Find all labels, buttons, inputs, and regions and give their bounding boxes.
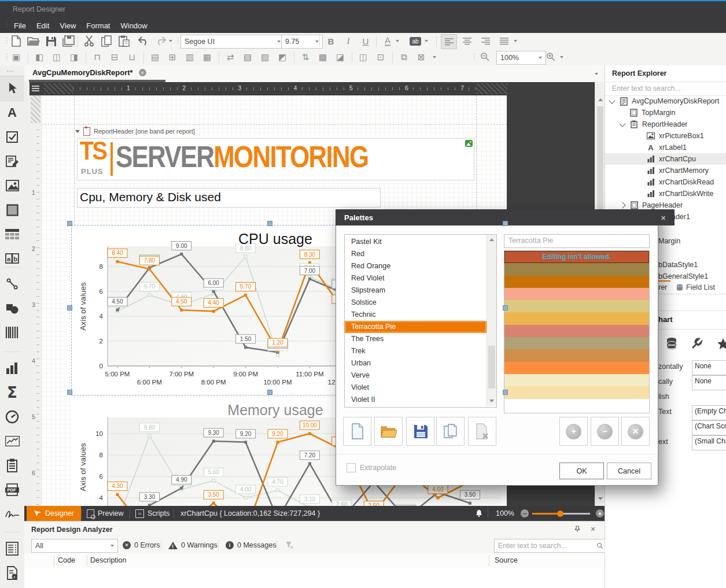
analyzer-search-input[interactable]: Enter text to search... xyxy=(494,539,607,553)
toolbox-tool-sparkline[interactable] xyxy=(0,429,24,453)
make-same-width-button[interactable]: ▤ xyxy=(148,51,162,64)
toolbox-tool-rich-text[interactable] xyxy=(0,149,24,173)
analyzer-close-icon[interactable]: × xyxy=(591,524,595,534)
wrench-icon[interactable] xyxy=(691,338,703,349)
palette-list-item[interactable]: Trek xyxy=(345,345,487,357)
band-header-reportheader[interactable]: ReportHeader [one band per report] xyxy=(75,126,195,136)
toolbox-tool-label[interactable]: A xyxy=(0,101,24,125)
tree-item-xrChartDiskWrite[interactable]: xrChartDiskWrite xyxy=(605,188,726,199)
property-value-box[interactable]: (Empty Chart xyxy=(692,405,726,420)
send-to-back-button[interactable]: ⊠ xyxy=(414,51,428,64)
palette-list-item[interactable]: Violet xyxy=(345,382,487,394)
band-menu-icon[interactable] xyxy=(32,86,39,87)
warnings-button[interactable]: ! 0 Warnings xyxy=(168,539,218,552)
selection-handle[interactable] xyxy=(503,390,508,395)
palette-list-item[interactable]: Terracotta Pie xyxy=(345,321,487,333)
column-header-code[interactable]: Code xyxy=(58,556,75,564)
increase-v-spacing-button[interactable]: ▩ xyxy=(316,51,330,64)
align-centers-button[interactable]: ◫ xyxy=(50,51,64,64)
scripts-tab[interactable]: ‹› Scripts xyxy=(135,506,169,521)
highlight-dropdown-icon[interactable] xyxy=(425,35,432,47)
cancel-button[interactable]: Cancel xyxy=(607,463,651,479)
tree-item-fragment[interactable]: Margin xyxy=(658,237,680,245)
palettes-dialog[interactable]: Palettes × Pastel KitRedRed OrangeRed Vi… xyxy=(336,209,658,486)
palette-list[interactable]: Pastel KitRedRed OrangeRed VioletSlipstr… xyxy=(344,234,497,408)
tree-item-xrChartDiskRead[interactable]: xrChartDiskRead xyxy=(605,176,726,188)
notifications-bell-icon[interactable] xyxy=(474,509,484,518)
palette-colors-list[interactable]: Editing isn't allowed. xyxy=(504,250,650,413)
bring-to-front-button[interactable]: ⧉ xyxy=(397,51,411,64)
palette-list-item[interactable]: Technic xyxy=(345,309,487,321)
open-palette-button[interactable] xyxy=(374,417,403,446)
tree-item-fragment[interactable]: bDataStyle1 xyxy=(658,261,698,269)
remove-h-spacing-button[interactable]: ◩ xyxy=(275,51,289,64)
zoom-dropdown-icon[interactable] xyxy=(560,51,567,64)
column-header-description[interactable]: Description xyxy=(90,556,127,564)
bold-button[interactable]: B xyxy=(324,35,338,47)
report-title-label[interactable]: Cpu, Memory & Disk used xyxy=(77,188,381,208)
scroll-down-icon[interactable] xyxy=(489,400,494,402)
zoom-in-button[interactable] xyxy=(546,52,555,63)
menu-item-edit[interactable]: Edit xyxy=(36,21,49,30)
menu-item-view[interactable]: View xyxy=(60,21,76,30)
paste-button[interactable] xyxy=(117,35,131,47)
zoom-out-button[interactable] xyxy=(480,52,489,63)
menu-item-file[interactable]: File xyxy=(14,21,26,30)
palette-color-row[interactable] xyxy=(504,386,649,398)
checkbox-box[interactable] xyxy=(347,463,356,472)
palette-list-item[interactable]: Slipstream xyxy=(345,284,487,297)
tree-item-xrPictureBox1[interactable]: xrPictureBox1 xyxy=(605,130,726,142)
property-value-box[interactable]: (Small Chart T xyxy=(692,435,726,450)
chevron-down-icon[interactable] xyxy=(619,120,625,127)
palette-list-item[interactable]: Solstice xyxy=(345,297,487,309)
clear-filter-icon[interactable] xyxy=(285,541,294,550)
align-left-button[interactable] xyxy=(441,34,457,49)
decrease-h-spacing-button[interactable]: ▨ xyxy=(258,51,272,64)
make-same-height-button[interactable]: ▥ xyxy=(183,51,197,64)
open-button[interactable] xyxy=(27,35,40,47)
designer-tab[interactable]: Designer xyxy=(27,506,81,521)
snap-to-grid-button[interactable]: ▣ xyxy=(9,51,23,64)
extrapolate-checkbox[interactable]: Extrapolate xyxy=(347,463,396,472)
toolbox-tool-gauge[interactable] xyxy=(0,405,24,429)
toolbox-tool-table[interactable] xyxy=(0,222,24,246)
logo-picture-box[interactable]: TS PLUS SERVERMONITORING xyxy=(77,138,474,180)
font-name-combo[interactable]: Segoe UI xyxy=(180,35,285,49)
scroll-up-icon[interactable] xyxy=(489,238,494,241)
menu-item-window[interactable]: Window xyxy=(120,21,147,30)
toolbox-tool-pdf-content[interactable]: PDF xyxy=(0,478,24,502)
scroll-down-icon[interactable] xyxy=(598,497,603,500)
tab-field-list[interactable]: Field List xyxy=(676,282,715,293)
align-center-button[interactable] xyxy=(459,35,474,47)
toolbox-tool-line[interactable] xyxy=(0,272,24,296)
new-report-button[interactable] xyxy=(9,35,23,47)
align-justify-button[interactable] xyxy=(496,35,511,47)
toolbox-tool-signature[interactable] xyxy=(0,502,24,526)
palette-list-item[interactable]: Pastel Kit xyxy=(345,236,487,248)
toolbox-tool-check-box[interactable] xyxy=(0,125,24,149)
toolbox-tool-barcode[interactable] xyxy=(0,320,24,345)
palette-list-item[interactable]: Violet II xyxy=(345,394,487,406)
ok-button[interactable]: OK xyxy=(559,463,604,479)
palette-list-item[interactable]: Verve xyxy=(345,369,487,382)
tree-item-ReportHeader[interactable]: ReportHeader xyxy=(605,119,726,130)
dialog-close-icon[interactable]: × xyxy=(661,213,666,223)
palette-color-row[interactable] xyxy=(504,263,649,275)
scroll-up-icon[interactable] xyxy=(598,98,603,101)
tree-item-xrLabel1[interactable]: AxrLabel1 xyxy=(605,142,726,153)
palette-name-input[interactable]: Terracotta Pie xyxy=(504,234,650,248)
scrollbar-thumb[interactable] xyxy=(488,346,495,389)
new-palette-button[interactable] xyxy=(343,417,371,446)
highlight-button[interactable]: ab xyxy=(407,35,423,47)
align-right-button[interactable] xyxy=(478,35,493,47)
center-horizontally-button[interactable]: ◫ xyxy=(356,51,370,64)
messages-button[interactable]: i 0 Messages xyxy=(226,539,276,552)
selection-handle[interactable] xyxy=(67,305,72,310)
tab-report-explorer-fragment[interactable]: rer xyxy=(658,283,667,291)
selection-handle[interactable] xyxy=(503,305,508,310)
align-dropdown-icon[interactable] xyxy=(514,35,521,47)
undo-button[interactable] xyxy=(137,35,150,47)
size-to-grid-button[interactable]: ⊞ xyxy=(165,51,179,64)
tree-item-xrChartCpu[interactable]: xrChartCpu xyxy=(605,153,726,165)
chevron-right-icon[interactable] xyxy=(619,202,625,208)
